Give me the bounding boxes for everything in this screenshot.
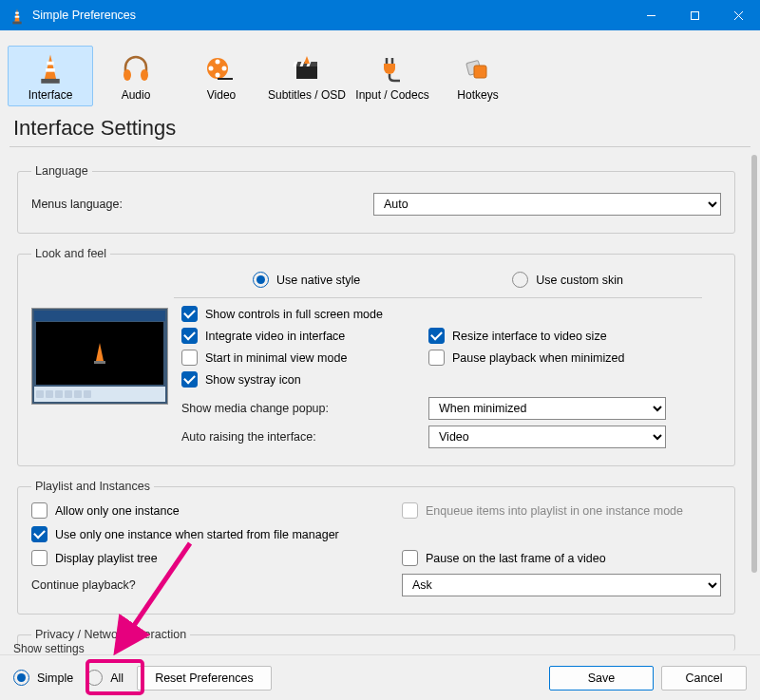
svg-rect-28 bbox=[94, 361, 105, 364]
plug-icon bbox=[351, 52, 434, 85]
key-icon bbox=[436, 52, 520, 85]
menus-language-select[interactable]: Auto bbox=[373, 193, 721, 216]
display-tree-checkbox[interactable]: Display playlist tree bbox=[31, 550, 402, 566]
tab-audio[interactable]: Audio bbox=[93, 46, 179, 106]
svg-marker-8 bbox=[45, 54, 56, 79]
svg-rect-5 bbox=[691, 11, 698, 19]
svg-rect-2 bbox=[15, 16, 20, 18]
one-instance-checkbox[interactable]: Allow only one instance bbox=[31, 502, 402, 519]
auto-raise-select[interactable]: Video bbox=[428, 426, 666, 448]
svg-point-12 bbox=[124, 69, 131, 81]
bottom-bar: Show settings Simple All Reset Preferenc… bbox=[0, 654, 760, 700]
category-tabs: Interface Audio Video Subtitles / OSD In… bbox=[0, 30, 760, 106]
tab-video[interactable]: Video bbox=[179, 46, 264, 106]
show-controls-fullscreen-checkbox[interactable]: Show controls in full screen mode bbox=[181, 306, 428, 322]
resize-interface-checkbox[interactable]: Resize interface to video size bbox=[428, 328, 721, 344]
tab-hotkeys[interactable]: Hotkeys bbox=[435, 46, 521, 106]
close-button[interactable] bbox=[716, 0, 760, 30]
playlist-group: Playlist and Instances Allow only one in… bbox=[17, 480, 735, 615]
language-legend: Language bbox=[31, 164, 92, 178]
svg-rect-9 bbox=[47, 62, 53, 66]
vertical-scrollbar[interactable] bbox=[749, 147, 760, 651]
svg-rect-11 bbox=[41, 79, 59, 84]
continue-playback-select[interactable]: Ask bbox=[402, 574, 721, 596]
page-title: Interface Settings bbox=[0, 106, 760, 146]
svg-point-15 bbox=[216, 60, 220, 65]
enqueue-checkbox: Enqueue items into playlist in one insta… bbox=[402, 502, 721, 519]
tab-input-codecs[interactable]: Input / Codecs bbox=[350, 46, 435, 106]
film-reel-icon bbox=[180, 52, 263, 85]
window-title: Simple Preferences bbox=[32, 9, 629, 22]
svg-rect-26 bbox=[474, 66, 486, 78]
title-bar: Simple Preferences bbox=[0, 0, 760, 30]
svg-point-17 bbox=[209, 66, 214, 71]
native-style-radio[interactable]: Use native style bbox=[253, 272, 360, 288]
cone-icon bbox=[9, 52, 92, 85]
save-button[interactable]: Save bbox=[549, 666, 654, 691]
svg-point-16 bbox=[216, 73, 220, 78]
one-instance-filemanager-checkbox[interactable]: Use only one instance when started from … bbox=[31, 526, 721, 542]
pause-minimized-checkbox[interactable]: Pause playback when minimized bbox=[428, 350, 721, 366]
tab-interface[interactable]: Interface bbox=[8, 46, 93, 106]
language-group: Language Menus language: Auto bbox=[17, 164, 735, 234]
reset-preferences-button[interactable]: Reset Preferences bbox=[137, 666, 272, 691]
privacy-group: Privacy / Network Interaction bbox=[17, 628, 735, 651]
pause-last-frame-checkbox[interactable]: Pause on the last frame of a video bbox=[402, 550, 721, 566]
tab-subtitles[interactable]: Subtitles / OSD bbox=[264, 46, 350, 106]
svg-rect-10 bbox=[46, 68, 55, 72]
svg-rect-19 bbox=[296, 66, 317, 79]
minimize-button[interactable] bbox=[629, 0, 673, 30]
svg-marker-24 bbox=[304, 56, 310, 64]
skin-preview bbox=[31, 308, 168, 405]
lookfeel-legend: Look and feel bbox=[31, 247, 110, 260]
show-settings-simple-radio[interactable]: Simple bbox=[13, 670, 73, 686]
cancel-button[interactable]: Cancel bbox=[661, 666, 747, 691]
systray-checkbox[interactable]: Show systray icon bbox=[181, 371, 428, 388]
headphones-icon bbox=[94, 52, 178, 85]
look-and-feel-group: Look and feel Use native style Use custo… bbox=[17, 247, 735, 466]
integrate-video-checkbox[interactable]: Integrate video in interface bbox=[181, 328, 428, 344]
clapper-icon bbox=[265, 52, 349, 85]
menus-language-label: Menus language: bbox=[31, 198, 373, 211]
svg-rect-3 bbox=[12, 22, 21, 25]
custom-skin-radio[interactable]: Use custom skin bbox=[512, 272, 623, 288]
show-settings-label: Show settings bbox=[13, 642, 85, 655]
media-change-label: Show media change popup: bbox=[181, 402, 428, 415]
auto-raise-label: Auto raising the interface: bbox=[181, 430, 428, 444]
maximize-button[interactable] bbox=[673, 0, 716, 30]
app-icon bbox=[10, 8, 25, 23]
privacy-legend: Privacy / Network Interaction bbox=[31, 628, 190, 641]
svg-rect-1 bbox=[15, 12, 19, 14]
svg-marker-0 bbox=[14, 9, 19, 21]
svg-point-13 bbox=[141, 69, 148, 81]
svg-point-18 bbox=[222, 66, 227, 71]
playlist-legend: Playlist and Instances bbox=[31, 480, 154, 493]
svg-marker-27 bbox=[96, 343, 104, 361]
show-settings-all-radio[interactable]: All bbox=[86, 670, 124, 686]
media-change-select[interactable]: When minimized bbox=[428, 397, 666, 420]
start-minimal-checkbox[interactable]: Start in minimal view mode bbox=[181, 350, 428, 366]
continue-playback-label: Continue playback? bbox=[31, 578, 402, 592]
scrollbar-thumb[interactable] bbox=[751, 155, 757, 573]
